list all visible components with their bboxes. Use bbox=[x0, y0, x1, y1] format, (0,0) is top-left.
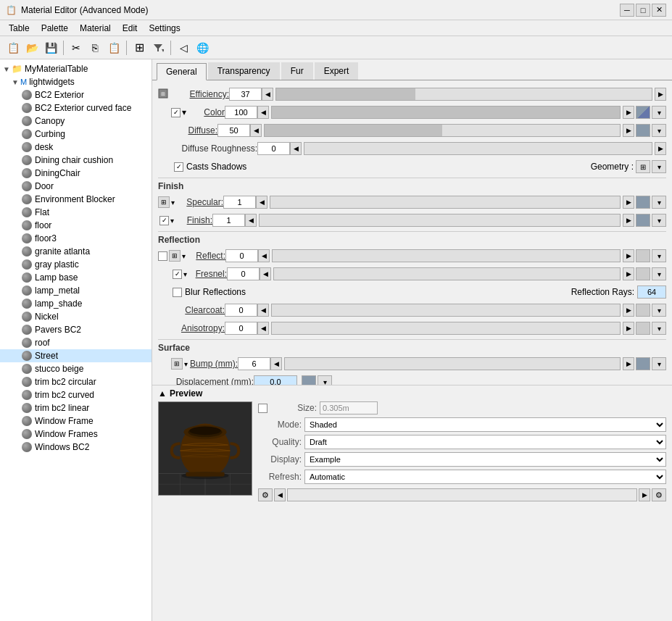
menu-material[interactable]: Material bbox=[74, 22, 117, 34]
preview-config-btn[interactable]: ⚙ bbox=[652, 488, 666, 501]
efficiency-slider-left[interactable]: ◀ bbox=[262, 88, 273, 101]
list-item[interactable]: roof bbox=[0, 336, 152, 349]
finish-swatch-btn[interactable] bbox=[636, 214, 650, 227]
list-item[interactable]: desk bbox=[0, 141, 152, 154]
layers-button[interactable]: ⊞ bbox=[130, 39, 148, 57]
clearcoat-slider-right[interactable]: ▶ bbox=[623, 304, 634, 317]
list-item[interactable]: Windows BC2 bbox=[0, 441, 152, 454]
preview-nav-left[interactable]: ◀ bbox=[274, 488, 286, 501]
preview-nav-track[interactable] bbox=[287, 488, 637, 501]
minimize-button[interactable]: ─ bbox=[620, 4, 634, 17]
reflect-label[interactable]: Reflect: bbox=[188, 251, 225, 261]
bump-slider-track[interactable] bbox=[284, 357, 621, 370]
casts-shadows-checkbox[interactable] bbox=[174, 162, 183, 172]
spec-slider-right[interactable]: ▶ bbox=[623, 196, 634, 209]
preview-settings-btn[interactable]: ⚙ bbox=[258, 488, 273, 501]
list-item[interactable]: lamp_metal bbox=[0, 284, 152, 297]
display-dropdown[interactable]: ExampleBoxSphere bbox=[304, 452, 666, 467]
list-item[interactable]: Door bbox=[0, 180, 152, 193]
clearcoat-label[interactable]: Clearcoat: bbox=[174, 305, 225, 315]
bump-slider-left[interactable]: ◀ bbox=[270, 357, 282, 370]
color-label[interactable]: Color bbox=[188, 107, 225, 117]
menu-palette[interactable]: Palette bbox=[36, 22, 74, 34]
fresnel-menu-btn[interactable]: ▾ bbox=[652, 267, 666, 280]
close-button[interactable]: ✕ bbox=[652, 4, 666, 17]
preview-collapse-icon[interactable]: ▲ bbox=[158, 388, 167, 399]
dr-slider-right[interactable]: ▶ bbox=[655, 142, 666, 155]
diffuse-slider-track[interactable] bbox=[264, 124, 621, 137]
efficiency-input[interactable] bbox=[229, 88, 262, 101]
list-item[interactable]: gray plastic bbox=[0, 258, 152, 271]
bump-menu-btn[interactable]: ▾ bbox=[652, 357, 666, 370]
anisotropy-label[interactable]: Anisotropy: bbox=[174, 323, 225, 333]
color-slider-right[interactable]: ▶ bbox=[623, 106, 634, 119]
anisotropy-slider-track[interactable] bbox=[271, 322, 621, 335]
tree-root-node[interactable]: ▼ 📁 MyMaterialTable bbox=[0, 62, 152, 75]
finish-input[interactable] bbox=[212, 214, 245, 227]
fresnel-slider-left[interactable]: ◀ bbox=[260, 267, 271, 280]
displacement-label[interactable]: Displacement (mm): bbox=[174, 377, 254, 385]
list-item[interactable]: Pavers BC2 bbox=[0, 323, 152, 336]
menu-settings[interactable]: Settings bbox=[143, 22, 186, 34]
spec-menu-btn[interactable]: ▾ bbox=[652, 196, 666, 209]
fresnel-input[interactable] bbox=[227, 267, 260, 280]
list-item[interactable]: BC2 Exterior curved face bbox=[0, 101, 152, 114]
reflect-slider-left[interactable]: ◀ bbox=[258, 249, 270, 262]
efficiency-label[interactable]: Efficiency: bbox=[171, 89, 229, 99]
clearcoat-swatch-btn[interactable] bbox=[636, 304, 650, 317]
diffuse-swatch-btn[interactable] bbox=[636, 124, 650, 137]
finish-slider-left[interactable]: ◀ bbox=[245, 214, 257, 227]
list-item[interactable]: floor bbox=[0, 219, 152, 232]
list-item[interactable]: stucco beige bbox=[0, 362, 152, 375]
displacement-swatch-btn[interactable] bbox=[302, 375, 316, 385]
refresh-dropdown[interactable]: AutomaticManual bbox=[304, 470, 666, 484]
clearcoat-menu-btn[interactable]: ▾ bbox=[652, 304, 666, 317]
fresnel-swatch-btn[interactable] bbox=[636, 267, 650, 280]
finish-menu-btn[interactable]: ▾ bbox=[652, 214, 666, 227]
diffuse-menu-btn[interactable]: ▾ bbox=[652, 124, 666, 137]
blur-reflections-checkbox[interactable] bbox=[173, 288, 182, 297]
efficiency-slider-track[interactable] bbox=[275, 88, 652, 101]
spec-slider-left[interactable]: ◀ bbox=[256, 196, 267, 209]
list-item[interactable]: trim bc2 circular bbox=[0, 375, 152, 388]
reflect-checkbox[interactable] bbox=[158, 251, 167, 261]
diffuse-label[interactable]: Diffuse: bbox=[174, 125, 217, 136]
spec-slider-track[interactable] bbox=[270, 196, 621, 209]
tab-fur[interactable]: Fur bbox=[281, 62, 313, 80]
list-item[interactable]: Environment Blocker bbox=[0, 193, 152, 206]
diffuse-roughness-input[interactable] bbox=[257, 142, 290, 155]
anisotropy-menu-btn[interactable]: ▾ bbox=[652, 322, 666, 335]
finish-prop-label[interactable]: Finish: bbox=[176, 215, 212, 225]
copy-button[interactable]: ⎘ bbox=[86, 39, 104, 57]
cut-button[interactable]: ✂ bbox=[67, 39, 85, 57]
displacement-input[interactable] bbox=[254, 375, 297, 385]
render-button[interactable]: 🌐 bbox=[194, 39, 211, 57]
bump-slider-right[interactable]: ▶ bbox=[623, 357, 634, 370]
spec-swatch-btn[interactable] bbox=[636, 196, 650, 209]
list-item[interactable]: BC2 Exterior bbox=[0, 88, 152, 101]
diffuse-slider-right[interactable]: ▶ bbox=[623, 124, 634, 137]
list-item[interactable]: Canopy bbox=[0, 114, 152, 128]
maximize-button[interactable]: □ bbox=[636, 4, 650, 17]
save-button[interactable]: 💾 bbox=[42, 39, 59, 57]
list-item[interactable]: Window Frames bbox=[0, 428, 152, 441]
finish-checkbox[interactable] bbox=[159, 216, 169, 225]
anisotropy-slider-right[interactable]: ▶ bbox=[623, 322, 634, 335]
geometry-btn[interactable]: ⊞ bbox=[636, 160, 650, 173]
list-item[interactable]: Curbing bbox=[0, 128, 152, 141]
color-input[interactable] bbox=[225, 106, 257, 119]
clearcoat-slider-left[interactable]: ◀ bbox=[257, 304, 269, 317]
diffuse-input[interactable] bbox=[217, 124, 250, 137]
efficiency-slider-right[interactable]: ▶ bbox=[655, 88, 666, 101]
reflect-menu-btn[interactable]: ▾ bbox=[652, 249, 666, 262]
tab-expert[interactable]: Expert bbox=[315, 62, 359, 80]
open-button[interactable]: 📂 bbox=[23, 39, 41, 57]
reflection-rays-input[interactable] bbox=[637, 286, 666, 299]
bump-input[interactable] bbox=[238, 357, 270, 370]
color-swatch-btn[interactable] bbox=[636, 106, 650, 119]
fresnel-slider-track[interactable] bbox=[273, 267, 621, 280]
tree-group-node[interactable]: ▼ M lightwidgets bbox=[0, 75, 152, 88]
list-item[interactable]: DiningChair bbox=[0, 167, 152, 180]
mode-dropdown[interactable]: ShadedWireframeHidden Line bbox=[304, 417, 666, 432]
list-item[interactable]: Street bbox=[0, 349, 152, 362]
